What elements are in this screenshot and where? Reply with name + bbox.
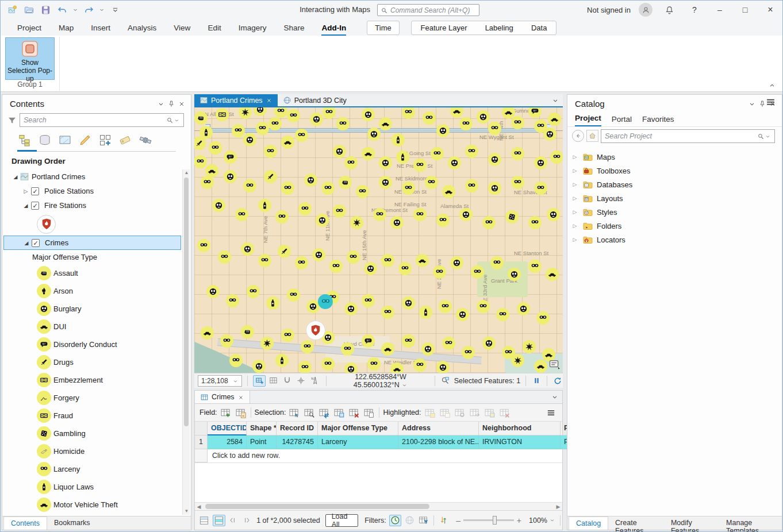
crime-marker-mask[interactable] <box>423 111 436 125</box>
crime-marker-car[interactable] <box>362 147 375 160</box>
layer-item-police-stations[interactable]: ▷✓Police Stations <box>3 184 181 198</box>
crime-marker-mask[interactable] <box>281 329 294 342</box>
catalog-item-toolboxes[interactable]: ▷Toolboxes <box>571 164 777 178</box>
crime-marker-fist[interactable] <box>339 176 352 189</box>
command-search-input[interactable]: Command Search (Alt+Q) <box>377 4 479 16</box>
crime-marker-speech[interactable]: $#! <box>528 107 542 118</box>
crime-marker-mask[interactable] <box>534 182 547 195</box>
crime-marker-face[interactable] <box>390 216 404 229</box>
pane-options-chevron-icon[interactable] <box>747 99 757 109</box>
crime-marker-mask[interactable] <box>232 124 245 137</box>
close-pane-icon[interactable] <box>176 99 186 109</box>
map-coordinates[interactable]: 122.6528584°W 45.5600132°N <box>332 373 429 389</box>
crime-marker-mask[interactable] <box>287 288 300 302</box>
crime-marker-car[interactable] <box>416 254 429 267</box>
delete-highlighted-button[interactable] <box>498 406 511 419</box>
crime-marker-bottle[interactable] <box>419 306 432 319</box>
close-tab-icon[interactable] <box>237 393 244 401</box>
crime-marker-face[interactable] <box>534 156 547 169</box>
account-button[interactable] <box>639 3 652 17</box>
crime-marker-mask[interactable] <box>295 256 308 269</box>
grid-button[interactable] <box>267 375 279 387</box>
legend-item-disorderly-conduct[interactable]: $#!Disorderly Conduct <box>3 336 181 353</box>
visibility-checkbox[interactable]: ✓ <box>32 239 40 247</box>
crime-marker-mask[interactable] <box>243 179 256 192</box>
crime-marker-speech[interactable]: $#! <box>224 151 237 164</box>
pane-options-chevron-icon[interactable] <box>156 99 166 109</box>
crime-marker-dice[interactable] <box>505 210 519 223</box>
crime-marker-mask[interactable] <box>402 334 415 348</box>
view-tabs-menu-chevron-icon[interactable] <box>551 96 559 105</box>
collapse-ribbon-button[interactable] <box>766 81 778 90</box>
crime-marker-mask[interactable] <box>373 208 386 221</box>
new-project-button[interactable] <box>5 3 19 17</box>
crime-marker-face[interactable] <box>517 302 530 315</box>
pause-drawing-icon[interactable] <box>531 375 542 387</box>
crime-marker-mask[interactable] <box>496 308 509 321</box>
contents-search-input[interactable]: Search <box>20 113 184 127</box>
crime-marker-bottle[interactable] <box>275 354 289 367</box>
list-by-snapping-tab[interactable] <box>98 133 113 148</box>
crime-marker-face[interactable] <box>448 156 461 169</box>
minimize-button[interactable]: – <box>711 2 728 18</box>
crime-marker-mask[interactable] <box>298 361 312 373</box>
crime-marker-mask[interactable] <box>301 340 314 353</box>
ribbon-tab-project[interactable]: Project <box>9 21 50 36</box>
crime-marker-mask[interactable] <box>477 300 490 313</box>
magnet-button[interactable] <box>281 375 293 387</box>
crime-marker-face[interactable] <box>252 360 266 373</box>
crime-marker-star[interactable] <box>260 337 274 350</box>
view-tab-portland-crimes[interactable]: Portland Crimes <box>194 94 278 106</box>
sort-refresh-button[interactable] <box>439 515 449 526</box>
crime-marker-face[interactable] <box>508 268 521 281</box>
expand-icon[interactable]: ▷ <box>571 154 579 160</box>
table-tab-crimes[interactable]: Crimes <box>195 391 250 403</box>
crime-marker-fist[interactable] <box>194 111 208 125</box>
calculate-field-button[interactable]: = <box>234 406 247 419</box>
fire-station-marker[interactable] <box>306 321 325 340</box>
chevron-down-icon[interactable] <box>551 392 559 401</box>
crime-marker-face[interactable] <box>364 262 377 275</box>
layer-item-crimes[interactable]: ◢✓Crimes <box>3 236 181 250</box>
crime-marker-mask[interactable] <box>528 260 542 273</box>
crime-marker-mask[interactable] <box>433 265 446 279</box>
crime-marker-face[interactable] <box>304 174 317 187</box>
contextual-tab-labeling[interactable]: Labeling <box>485 24 513 32</box>
draw-grid-plus-button[interactable] <box>253 375 266 387</box>
list-by-editing-tab[interactable] <box>78 133 93 148</box>
time-filter-button[interactable] <box>389 515 401 526</box>
row-number[interactable]: 1 <box>195 435 208 449</box>
crime-marker-face[interactable] <box>310 113 323 126</box>
legend-item-fraud[interactable]: Fraud <box>3 407 181 425</box>
reselect-highlighted-button[interactable] <box>483 406 496 419</box>
column-header-objectid-[interactable]: OBJECTID * <box>208 422 247 435</box>
table-zoom-slider[interactable] <box>463 519 514 521</box>
crime-marker-face[interactable] <box>436 124 450 137</box>
column-header-record-id[interactable]: Record ID <box>277 422 318 435</box>
map-scale-select[interactable]: 1:28,108 <box>198 375 242 387</box>
list-by-imagery-tab[interactable] <box>138 133 153 148</box>
catalog-tab-project[interactable]: Project <box>575 114 601 126</box>
crime-marker-mask[interactable] <box>413 208 427 221</box>
crime-marker-mask[interactable] <box>258 254 271 267</box>
crime-marker-car[interactable] <box>546 268 559 281</box>
ribbon-tab-view[interactable]: View <box>165 21 199 36</box>
crime-marker-mask[interactable] <box>511 147 524 160</box>
crime-marker-mask[interactable] <box>381 254 394 267</box>
collapse-icon[interactable]: ◢ <box>22 240 30 246</box>
crime-marker-mask[interactable] <box>264 145 277 158</box>
crime-marker-mask[interactable] <box>201 176 214 189</box>
crime-marker-mask[interactable] <box>256 122 269 135</box>
expand-icon[interactable]: ▷ <box>571 209 579 215</box>
legend-item-embezzlement[interactable]: Embezzlement <box>3 371 181 389</box>
zoom-to-selection-icon[interactable] <box>440 375 451 387</box>
crime-marker-mask[interactable] <box>402 182 415 195</box>
legend-item-assault[interactable]: Assault <box>3 264 181 282</box>
contextual-tab-data[interactable]: Data <box>531 24 547 32</box>
crime-marker-star[interactable] <box>511 354 524 367</box>
open-project-button[interactable] <box>22 3 36 17</box>
crime-marker-face[interactable] <box>482 337 496 350</box>
crime-marker-face[interactable] <box>344 302 358 315</box>
crime-marker-car[interactable] <box>442 185 455 198</box>
catalog-item-maps[interactable]: ▷Maps <box>571 150 777 164</box>
